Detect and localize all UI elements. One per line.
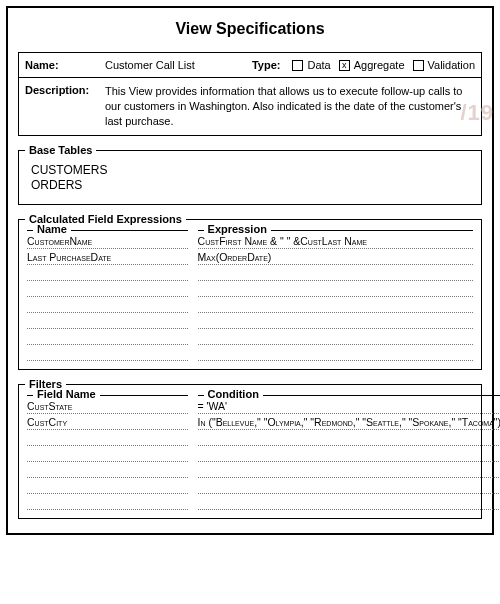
checkbox-icon [292, 60, 303, 71]
table-row: Max(OrderDate) [198, 249, 473, 265]
meta-box: Name: Customer Call List Type: Data x Ag… [18, 52, 482, 136]
type-option-validation[interactable]: Validation [413, 59, 476, 71]
table-row: = 'WA' [198, 398, 500, 414]
table-row: In ("Bellevue," "Olympia," "Redmond," "S… [198, 414, 500, 430]
meta-row-description: Description: This View provides informat… [19, 77, 481, 135]
table-row [27, 265, 188, 281]
table-row: CustCity [27, 414, 188, 430]
view-spec-page: /19 View Specifications Name: Customer C… [6, 6, 494, 535]
table-row [198, 494, 500, 510]
meta-row-name: Name: Customer Call List Type: Data x Ag… [19, 53, 481, 77]
calc-name-header: Name [33, 223, 71, 235]
type-option-label: Validation [428, 59, 476, 71]
base-table-item: CUSTOMERS [31, 163, 469, 179]
description-value: This View provides information that allo… [105, 84, 475, 129]
type-option-label: Aggregate [354, 59, 405, 71]
table-row [198, 446, 500, 462]
table-row [198, 281, 473, 297]
table-row [198, 297, 473, 313]
table-row [27, 297, 188, 313]
table-row [198, 430, 500, 446]
base-tables-fieldset: Base Tables CUSTOMERSORDERS [18, 150, 482, 205]
table-row [198, 265, 473, 281]
table-row [198, 329, 473, 345]
filter-name-col: Field Name CustStateCustCity [27, 395, 188, 510]
table-row [27, 329, 188, 345]
table-row [27, 494, 188, 510]
table-row [198, 345, 473, 361]
base-tables-list: CUSTOMERSORDERS [27, 161, 473, 196]
description-label: Description: [25, 84, 105, 96]
filters-fieldset: Filters Field Name CustStateCustCity Con… [18, 384, 482, 519]
table-row [27, 281, 188, 297]
checkbox-icon: x [339, 60, 350, 71]
type-option-data[interactable]: Data [292, 59, 330, 71]
type-option-label: Data [307, 59, 330, 71]
type-label: Type: [252, 59, 281, 71]
table-row: CustomerName [27, 233, 188, 249]
table-row [27, 462, 188, 478]
base-tables-legend: Base Tables [25, 144, 96, 156]
calc-name-col: Name CustomerNameLast PurchaseDate [27, 230, 188, 361]
table-row [27, 478, 188, 494]
table-row: Last PurchaseDate [27, 249, 188, 265]
calc-expr-col: Expression CustFirst Name & " " &CustLas… [198, 230, 473, 361]
table-row [27, 430, 188, 446]
table-row [198, 313, 473, 329]
name-value: Customer Call List [105, 59, 195, 71]
type-option-aggregate[interactable]: x Aggregate [339, 59, 405, 71]
filter-cond-col: Condition = 'WA'In ("Bellevue," "Olympia… [198, 395, 500, 510]
table-row: CustFirst Name & " " &CustLast Name [198, 233, 473, 249]
calc-expr-header: Expression [204, 223, 271, 235]
calculated-fieldset: Calculated Field Expressions Name Custom… [18, 219, 482, 370]
table-row: CustState [27, 398, 188, 414]
type-group: Type: Data x Aggregate Validation [252, 59, 475, 71]
table-row [27, 345, 188, 361]
base-table-item: ORDERS [31, 178, 469, 194]
table-row [27, 313, 188, 329]
table-row [27, 446, 188, 462]
filter-cond-header: Condition [204, 388, 263, 400]
checkbox-icon [413, 60, 424, 71]
filter-name-header: Field Name [33, 388, 100, 400]
table-row [198, 478, 500, 494]
name-label: Name: [25, 59, 105, 71]
table-row [198, 462, 500, 478]
page-title: View Specifications [18, 20, 482, 38]
